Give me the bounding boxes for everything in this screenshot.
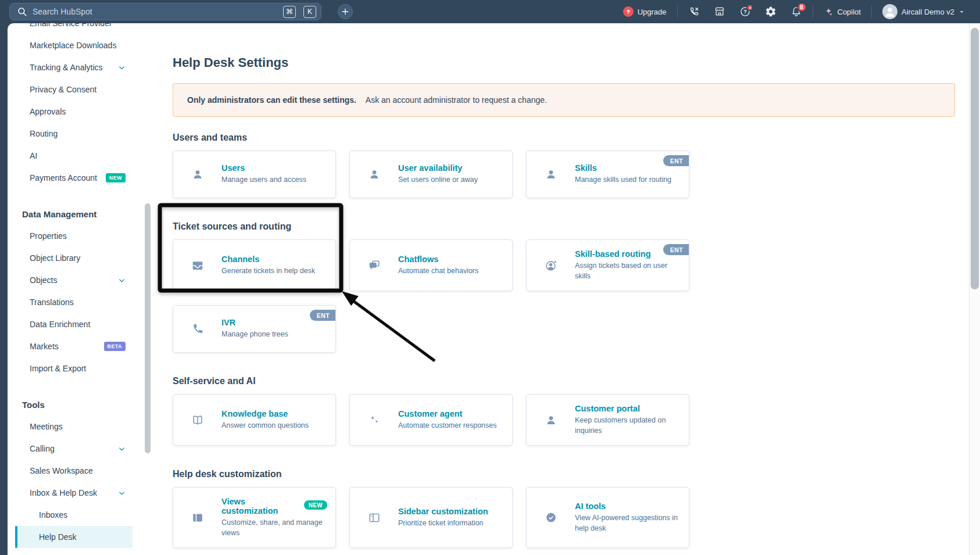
sidebar-item-marketplace-downloads[interactable]: Marketplace Downloads <box>15 34 133 56</box>
new-badge: NEW <box>106 173 126 182</box>
card-row: IVRManage phone treesENT <box>173 305 955 353</box>
sidebar-item-help-desk[interactable]: Help Desk <box>15 526 133 548</box>
card-channels[interactable]: ChannelsGenerate tickets in help desk <box>173 239 336 291</box>
create-button[interactable] <box>338 4 353 19</box>
card-title-link[interactable]: Customer agent <box>398 409 462 418</box>
card-title-link[interactable]: Knowledge base <box>221 409 288 418</box>
card-customer-portal[interactable]: Customer portalKeep customers updated on… <box>526 394 689 446</box>
sidebar-item-tracking-analytics[interactable]: Tracking & Analytics <box>15 56 133 78</box>
sidebar-item-payments-account[interactable]: Payments AccountNEW <box>15 167 133 189</box>
sidebar-item-objects[interactable]: Objects <box>15 269 133 291</box>
settings-main: Help Desk Settings Only administrators c… <box>152 23 980 555</box>
card-ai-tools[interactable]: AI toolsView AI-powered suggestions in h… <box>526 487 689 548</box>
global-search[interactable]: ⌘ K <box>9 3 321 20</box>
chevron-down-icon <box>118 445 126 453</box>
card-title-link[interactable]: Chatflows <box>398 255 438 264</box>
sidebar-item-approvals[interactable]: Approvals <box>15 101 133 123</box>
sidebar-item-data-enrichment[interactable]: Data Enrichment <box>15 313 133 335</box>
sidebar-item-properties[interactable]: Properties <box>15 225 133 247</box>
card-description: View AI-powered suggestions in help desk <box>575 513 681 533</box>
divider <box>813 5 813 18</box>
card-title-link[interactable]: Sidebar customization <box>398 507 488 516</box>
card-text: Customer portalKeep customers updated on… <box>575 404 681 436</box>
page-scrollbar-thumb[interactable] <box>971 28 979 289</box>
beta-badge: BETA <box>104 342 126 351</box>
card-title-link[interactable]: IVR <box>221 318 235 327</box>
card-text: Skill-based routingAssign tickets based … <box>575 249 681 281</box>
new-badge: NEW <box>304 500 327 510</box>
card-title-link[interactable]: Skills <box>575 163 597 173</box>
card-knowledge-base[interactable]: Knowledge baseAnswer common questions <box>173 394 336 446</box>
section-title: Help desk customization <box>173 469 955 479</box>
account-menu[interactable]: Aircall Demo v2 <box>882 4 965 19</box>
card-user-availability[interactable]: User availabilitySet users online or awa… <box>349 151 513 198</box>
section-help-desk-customization: Help desk customizationViews customizati… <box>173 469 955 555</box>
card-title-link[interactable]: Customer portal <box>575 404 640 413</box>
card-text: User availabilitySet users online or awa… <box>398 163 504 185</box>
copilot-button[interactable]: Copilot <box>824 7 861 17</box>
card-skills[interactable]: SkillsManage skills used for routingENT <box>526 151 689 198</box>
section-title: Self-service and AI <box>173 376 955 386</box>
card-title-link[interactable]: Users <box>221 163 245 173</box>
card-ivr[interactable]: IVRManage phone treesENT <box>173 305 336 353</box>
settings-gear-icon[interactable] <box>765 6 777 17</box>
sidebar-item-import-export[interactable]: Import & Export <box>15 357 133 379</box>
card-skill-based-routing[interactable]: Skill-based routingAssign tickets based … <box>526 239 689 291</box>
search-icon <box>17 6 27 17</box>
card-sidebar-customization[interactable]: Sidebar customizationPrioritize ticket i… <box>349 487 513 548</box>
sidebar-item-label: Tools <box>22 400 45 410</box>
sidebar-item-sales-workspace[interactable]: Sales Workspace <box>15 460 133 482</box>
headset-icon <box>527 259 575 272</box>
help-icon[interactable]: ? <box>739 6 751 17</box>
sidebar-item-label: Payments Account <box>30 173 97 182</box>
upgrade-button[interactable]: Upgrade <box>623 6 667 17</box>
card-views-customization[interactable]: Views customizationNEWCustomize, share, … <box>173 487 336 548</box>
card-title-link[interactable]: AI tools <box>575 502 606 511</box>
book-icon <box>173 414 221 427</box>
sidebar-item-translations[interactable]: Translations <box>15 291 133 313</box>
card-title-link[interactable]: User availability <box>398 163 462 173</box>
sidebar-item-object-library[interactable]: Object Library <box>15 247 133 269</box>
settings-sidebar: Email Service ProviderMarketplace Downlo… <box>0 23 152 555</box>
card-description: Automate chat behaviors <box>398 266 504 277</box>
sidebar-item-email-service-provider[interactable]: Email Service Provider <box>15 23 133 34</box>
sidebar-item-inboxes[interactable]: Inboxes <box>15 504 133 526</box>
sidebar-item-privacy-consent[interactable]: Privacy & Consent <box>15 78 133 101</box>
card-description: Answer common questions <box>221 421 327 431</box>
plus-icon <box>341 8 349 16</box>
admin-alert-banner: Only administrators can edit these setti… <box>173 83 955 117</box>
sidebar-item-markets[interactable]: MarketsBETA <box>15 335 133 357</box>
card-description: Generate tickets in help desk <box>221 266 327 277</box>
card-description: Manage phone trees <box>221 330 327 340</box>
search-input[interactable] <box>33 7 278 16</box>
card-row: ChannelsGenerate tickets in help deskCha… <box>173 239 955 291</box>
sparkles-icon <box>350 414 398 427</box>
card-customer-agent[interactable]: Customer agentAutomate customer response… <box>349 394 513 446</box>
marketplace-icon[interactable] <box>714 6 725 17</box>
sidebar-item-calling[interactable]: Calling <box>15 438 133 460</box>
card-description: Manage users and access <box>221 175 327 185</box>
card-title-link[interactable]: Views customization <box>221 497 299 515</box>
section-ticket-sources-and-routing: Ticket sources and routingChannelsGenera… <box>173 221 955 353</box>
user-icon <box>173 168 221 181</box>
sidebar-item-label: Tracking & Analytics <box>30 63 103 72</box>
card-users[interactable]: UsersManage users and access <box>173 151 336 198</box>
chat-icon <box>350 259 398 272</box>
notifications-bell-icon[interactable]: 8 <box>791 6 802 17</box>
card-text: Views customizationNEWCustomize, share, … <box>221 497 327 538</box>
sidebar-item-routing[interactable]: Routing <box>15 123 133 145</box>
copilot-label: Copilot <box>838 8 861 16</box>
calling-icon[interactable] <box>688 6 700 17</box>
card-chatflows[interactable]: ChatflowsAutomate chat behaviors <box>349 239 513 291</box>
sidebar-item-inbox-help-desk[interactable]: Inbox & Help Desk <box>15 482 133 504</box>
user-icon <box>350 168 398 181</box>
section-users-and-teams: Users and teamsUsersManage users and acc… <box>173 133 955 198</box>
sidebar-item-meetings[interactable]: Meetings <box>15 416 133 438</box>
card-title-link[interactable]: Channels <box>221 255 259 264</box>
card-title-link[interactable]: Skill-based routing <box>575 249 651 259</box>
card-text: AI toolsView AI-powered suggestions in h… <box>575 502 681 533</box>
chevron-down-icon <box>118 64 126 71</box>
section-title: Users and teams <box>173 133 955 143</box>
sidebar-scrollbar-thumb[interactable] <box>145 203 151 453</box>
sidebar-item-ai[interactable]: AI <box>15 145 133 167</box>
